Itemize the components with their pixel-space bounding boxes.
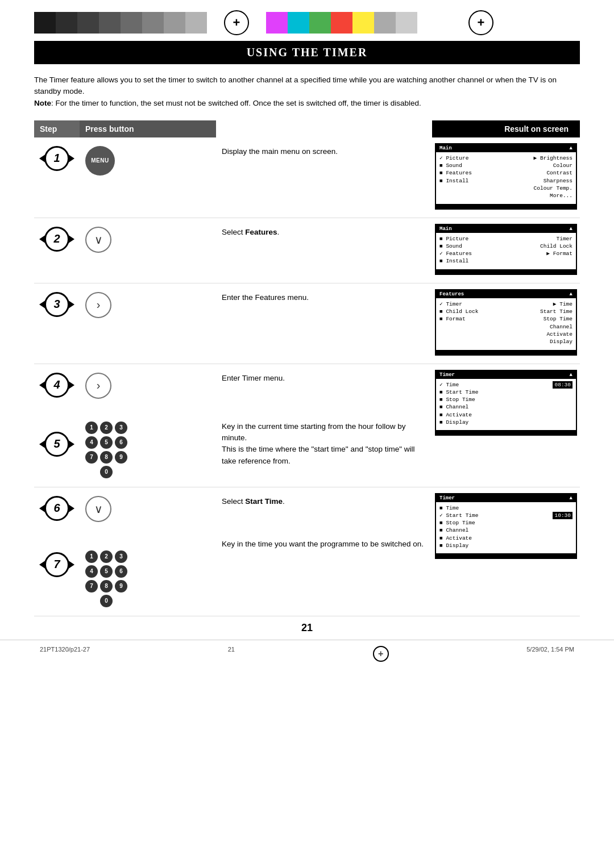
screen-row: ■ FormatStop Time (439, 315, 572, 323)
crosshair-right (468, 10, 493, 35)
num-button-0[interactable]: 0 (100, 595, 113, 607)
step-circle-3: 3 (44, 292, 69, 317)
color-swatch (185, 12, 207, 34)
screen-row: ■ Display (439, 419, 572, 426)
screen-row: ■ Channel (439, 403, 572, 411)
steps-container: 1 MENU Display the main menu on screen. … (34, 137, 580, 616)
arrow-right-icon (68, 300, 74, 309)
color-swatch (77, 12, 99, 34)
desc-cell-3: Enter the Features menu. (216, 283, 432, 312)
screen-box: Main▲ ■ PictureTimer ■ SoundChild Lock ✓… (435, 224, 577, 275)
step-circle-5: 5 (44, 432, 69, 457)
desc-step6: Select Start Time. (216, 487, 432, 516)
screen-row: ✓ Features▶ Format (439, 250, 572, 257)
chevron-down-button[interactable]: ∨ (85, 496, 111, 522)
step-circle-4: 4 (44, 373, 69, 398)
num-button-4[interactable]: 4 (85, 565, 98, 578)
press-header: Press button (80, 120, 216, 137)
num-button-7[interactable]: 7 (85, 451, 98, 464)
num-button-9[interactable]: 9 (115, 580, 127, 592)
screen-bottom-bar (436, 204, 576, 208)
screen-row: Channel (439, 323, 572, 331)
footer-right: 5/29/02, 1:54 PM (526, 646, 574, 662)
num-button-6[interactable]: 6 (115, 436, 127, 449)
screen-row: ■ Install (439, 257, 572, 265)
crosshair-footer-icon: + (373, 646, 389, 662)
num-button-1[interactable]: 1 (85, 422, 98, 434)
num-button-5[interactable]: 5 (100, 436, 113, 449)
arrow-left-icon (39, 300, 46, 309)
num-button-5[interactable]: 5 (100, 565, 113, 578)
color-swatch (34, 12, 56, 34)
result-cell-1: Main▲ ✓ Picture▶ Brightness ■ SoundColou… (432, 137, 580, 218)
step-circle-2: 2 (44, 227, 69, 252)
footer-center: 21 (228, 646, 235, 662)
num-button-8[interactable]: 8 (100, 451, 113, 464)
num-button-3[interactable]: 3 (115, 422, 127, 434)
num-button-1[interactable]: 1 (85, 550, 98, 563)
top-bar-area (0, 0, 614, 41)
table-row: 1 MENU Display the main menu on screen. … (34, 137, 580, 218)
screen-row: ■ Time (439, 504, 572, 512)
numpad: 1 2 3 4 5 6 7 8 9 0 (85, 422, 127, 478)
chevron-right-button[interactable]: › (85, 373, 111, 399)
table-row: 6 7 ∨ 1 2 3 4 5 6 7 8 9 0 (34, 487, 580, 616)
page-title: Using the Timer (247, 46, 368, 59)
num-button-6[interactable]: 6 (115, 565, 127, 578)
num-button-4[interactable]: 4 (85, 436, 98, 449)
num-button-0[interactable]: 0 (100, 466, 113, 478)
screen-bottom-bar (436, 553, 576, 558)
num-button-9[interactable]: 9 (115, 451, 127, 464)
desc-cell: Select Start Time. Key in the time you w… (216, 487, 432, 616)
note-text: : For the timer to function, the set mus… (51, 99, 421, 107)
screen-row: ✓ Picture▶ Brightness (439, 155, 572, 162)
desc-step5: Key in the current time starting from th… (216, 404, 432, 475)
page-title-bar: Using the Timer (34, 41, 580, 64)
crosshair-left (224, 10, 249, 35)
chevron-down-button[interactable]: ∨ (85, 227, 111, 253)
menu-button[interactable]: MENU (85, 146, 115, 176)
arrow-left-icon (39, 235, 46, 244)
num-button-7[interactable]: 7 (85, 580, 98, 592)
step-number-cell: 3 (34, 283, 80, 326)
color-swatch (142, 12, 164, 34)
screen-row: ■ Activate (439, 535, 572, 542)
screen-title: Main▲ (436, 144, 576, 152)
result-cell-6: Timer▲ ■ Time ✓ Start Time10:30 ■ Stop T… (432, 487, 580, 616)
color-swatch (164, 12, 185, 34)
footer-left: 21PT1320/p21-27 (40, 646, 90, 662)
screen-row: ■ PictureTimer (439, 235, 572, 243)
desc-cell: Enter Timer menu. Key in the current tim… (216, 364, 432, 487)
button-cell: › 1 2 3 4 5 6 7 8 9 0 (80, 364, 216, 487)
num-button-8[interactable]: 8 (100, 580, 113, 592)
screen-row: ■ SoundChild Lock (439, 243, 572, 250)
screen-title: Timer▲ (436, 494, 576, 502)
chevron-right-button[interactable]: › (85, 292, 111, 318)
screen-row: Display (439, 338, 572, 345)
screen-bottom-bar (436, 350, 576, 354)
color-swatch (331, 12, 352, 34)
desc-step7: Key in the time you want the programme t… (216, 516, 432, 558)
num-button-3[interactable]: 3 (115, 550, 127, 563)
screen-bottom-bar (436, 269, 576, 274)
screen-row: ✓ Start Time10:30 (439, 512, 572, 519)
arrow-left-icon (39, 560, 46, 569)
screen-box: Main▲ ✓ Picture▶ Brightness ■ SoundColou… (435, 143, 577, 210)
numpad: 1 2 3 4 5 6 7 8 9 0 (85, 550, 127, 607)
screen-row: ✓ Timer▶ Time (439, 301, 572, 308)
screen-row: ■ Stop Time (439, 519, 572, 527)
screen-title: Features▲ (436, 290, 576, 298)
arrow-right-icon (68, 560, 74, 569)
num-button-2[interactable]: 2 (100, 550, 113, 563)
step-number-cell: 2 (34, 218, 80, 260)
color-swatch (56, 12, 77, 34)
screen-row: ■ Start Time (439, 389, 572, 396)
step-circle-6: 6 (44, 496, 69, 521)
screen-title: Main▲ (436, 225, 576, 233)
color-swatch (288, 12, 309, 34)
arrow-right-icon (68, 235, 74, 244)
num-button-2[interactable]: 2 (100, 422, 113, 434)
screen-content: ✓ Picture▶ Brightness ■ SoundColour ■ Fe… (436, 152, 576, 202)
step-circle-7: 7 (44, 552, 69, 577)
table-header: Step Press button Result on screen (34, 120, 580, 137)
